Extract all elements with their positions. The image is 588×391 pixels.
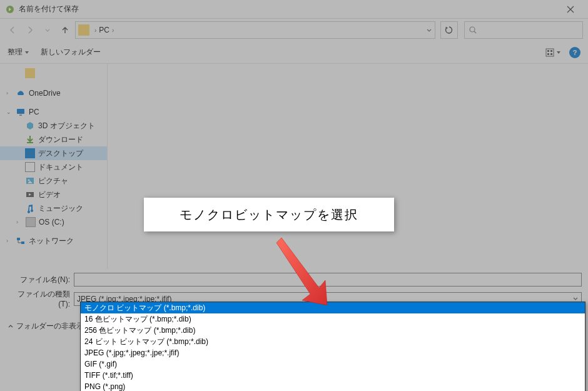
chevron-down-icon: ⌄ xyxy=(6,109,13,115)
document-icon xyxy=(25,162,35,172)
breadcrumb-location[interactable]: PC xyxy=(99,26,109,34)
up-button[interactable] xyxy=(58,23,73,38)
sidebar-item-music[interactable]: ミュージック xyxy=(0,201,107,215)
folder-icon xyxy=(78,24,89,36)
toolbar: 整理 新しいフォルダー ? xyxy=(0,41,588,64)
navbar: › PC › xyxy=(0,19,588,41)
sidebar-item-pc[interactable]: ⌄ PC xyxy=(0,105,107,119)
dropdown-option[interactable]: 24 ビット ビットマップ (*.bmp;*.dib) xyxy=(81,336,585,347)
back-button[interactable] xyxy=(5,23,20,38)
sidebar-item-network[interactable]: › ネットワーク xyxy=(0,234,107,248)
sidebar-item-label: 3D オブジェクト xyxy=(38,121,95,131)
app-icon xyxy=(5,4,15,14)
svg-rect-2 xyxy=(546,49,554,56)
sidebar-item-label: PC xyxy=(29,108,39,116)
breadcrumb[interactable]: › PC › xyxy=(75,21,435,39)
sidebar-item-drive-c[interactable]: › OS (C:) xyxy=(0,215,107,229)
dropdown-option[interactable]: 16 色ビットマップ (*.bmp;*.dib) xyxy=(81,313,585,325)
organize-button[interactable]: 整理 xyxy=(8,47,29,58)
sidebar: › OneDrive ⌄ PC 3D オブジェクト ダウンロード デスクトップ … xyxy=(0,64,108,269)
svg-rect-5 xyxy=(547,53,549,55)
forward-button[interactable] xyxy=(23,23,38,38)
chevron-right-icon: › xyxy=(6,238,13,244)
chevron-right-icon: › xyxy=(6,90,13,96)
new-folder-button[interactable]: 新しいフォルダー xyxy=(41,47,101,58)
svg-rect-13 xyxy=(17,238,20,240)
network-icon xyxy=(16,236,26,246)
annotation-callout: モノクロビットマップを選択 xyxy=(144,198,394,231)
dropdown-option[interactable]: PNG (*.png) xyxy=(81,381,585,391)
sidebar-item-downloads[interactable]: ダウンロード xyxy=(0,133,107,146)
refresh-button[interactable] xyxy=(440,21,458,39)
dropdown-option[interactable]: TIFF (*.tif;*.tiff) xyxy=(81,370,585,381)
sidebar-item-label: ドキュメント xyxy=(38,162,83,173)
sidebar-item-label: ネットワーク xyxy=(29,236,74,246)
svg-rect-6 xyxy=(550,53,552,55)
titlebar: 名前を付けて保存 xyxy=(0,0,588,19)
sidebar-item-label: OS (C:) xyxy=(39,218,64,226)
window-title: 名前を付けて保存 xyxy=(19,4,558,14)
chevron-down-icon[interactable] xyxy=(426,24,432,36)
close-button[interactable] xyxy=(558,0,583,19)
music-icon xyxy=(25,203,35,213)
sidebar-item-desktop[interactable]: デスクトップ xyxy=(0,146,107,160)
sidebar-item-documents[interactable]: ドキュメント xyxy=(0,160,107,174)
desktop-icon xyxy=(25,148,35,158)
sidebar-item-label: ダウンロード xyxy=(38,135,83,145)
folder-icon xyxy=(25,68,35,78)
recent-dropdown-icon[interactable] xyxy=(40,23,55,38)
svg-point-11 xyxy=(28,180,30,181)
sidebar-item-videos[interactable]: ビデオ xyxy=(0,188,107,201)
pc-icon xyxy=(16,107,26,117)
sidebar-item-label: ビデオ xyxy=(38,190,61,200)
dropdown-option[interactable]: GIF (*.gif) xyxy=(81,358,585,370)
help-icon[interactable]: ? xyxy=(569,47,580,58)
sidebar-item-pictures[interactable]: ピクチャ xyxy=(0,174,107,188)
chevron-right-icon: › xyxy=(112,27,114,34)
filename-label: ファイル名(N): xyxy=(6,275,74,285)
svg-point-1 xyxy=(470,27,475,32)
content-area xyxy=(108,64,588,269)
svg-rect-8 xyxy=(19,114,22,116)
svg-rect-4 xyxy=(550,50,552,52)
3d-icon xyxy=(25,121,35,131)
svg-rect-14 xyxy=(21,241,24,244)
filetype-dropdown-list: モノクロ ビットマップ (*.bmp;*.dib) 16 色ビットマップ (*.… xyxy=(80,302,585,391)
download-icon xyxy=(25,135,35,145)
sidebar-item-label: ミュージック xyxy=(38,203,83,214)
sidebar-item-onedrive[interactable]: › OneDrive xyxy=(0,86,107,100)
svg-rect-3 xyxy=(547,50,549,52)
search-icon xyxy=(469,26,477,34)
sidebar-item-label: デスクトップ xyxy=(38,148,83,159)
dropdown-option[interactable]: JPEG (*.jpg;*.jpeg;*.jpe;*.jfif) xyxy=(81,347,585,358)
filetype-label: ファイルの種類(T): xyxy=(6,289,74,308)
video-icon xyxy=(25,190,35,200)
svg-rect-7 xyxy=(17,109,24,114)
callout-text: モノクロビットマップを選択 xyxy=(180,206,358,223)
search-input[interactable] xyxy=(464,21,583,39)
chevron-right-icon: › xyxy=(16,219,23,225)
svg-rect-9 xyxy=(27,142,33,143)
sidebar-item-label: OneDrive xyxy=(29,89,61,98)
sidebar-item-label: ピクチャ xyxy=(38,176,68,186)
dropdown-option[interactable]: 256 色ビットマップ (*.bmp;*.dib) xyxy=(81,325,585,336)
cloud-icon xyxy=(16,88,26,98)
picture-icon xyxy=(25,176,35,186)
sidebar-item-quickaccess-sub[interactable] xyxy=(0,66,107,80)
annotation-arrow-icon xyxy=(263,231,344,313)
sidebar-item-3dobjects[interactable]: 3D オブジェクト xyxy=(0,119,107,133)
chevron-up-icon xyxy=(8,323,14,330)
drive-icon xyxy=(26,217,36,227)
view-options-button[interactable] xyxy=(545,48,563,58)
folder-toggle-button[interactable]: フォルダーの非表示 xyxy=(8,321,84,332)
chevron-right-icon: › xyxy=(94,27,96,34)
